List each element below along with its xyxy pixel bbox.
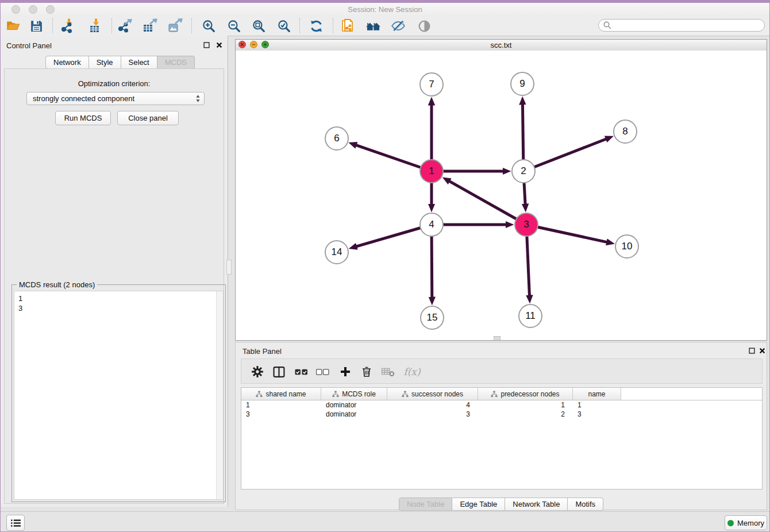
function-builder-button-disabled[interactable]: f(x) <box>402 364 422 379</box>
graph-node-11[interactable]: 11 <box>518 304 542 328</box>
mcds-tab-content: Optimization criterion: strongly connect… <box>4 68 224 504</box>
network-report-button[interactable] <box>340 18 356 34</box>
graph-node-6[interactable]: 6 <box>325 126 349 151</box>
zoom-out-button[interactable] <box>226 18 242 34</box>
network-canvas[interactable]: 7968124314101511 <box>236 51 767 340</box>
table-cell[interactable]: dominator <box>321 410 387 419</box>
graph-edge-2-8[interactable] <box>523 139 606 171</box>
open-session-button[interactable] <box>5 18 21 34</box>
houses-icon <box>365 18 381 34</box>
apply-layout-button[interactable] <box>308 18 324 34</box>
graph-node-10[interactable]: 10 <box>615 234 639 259</box>
graph-node-1[interactable]: 1 <box>419 159 444 183</box>
trash-icon <box>361 366 372 377</box>
tab-style[interactable]: Style <box>89 56 121 69</box>
column-header-MCDS-role[interactable]: MCDS role <box>321 388 387 400</box>
table-cell[interactable]: 1 <box>241 400 321 410</box>
column-header-label: MCDS role <box>342 390 376 398</box>
close-table-panel-button[interactable] <box>759 347 765 354</box>
node-table-header: shared nameMCDS rolesuccessor nodesprede… <box>241 388 762 400</box>
graph-node-3[interactable]: 3 <box>514 213 538 237</box>
column-header-successor-nodes[interactable]: successor nodes <box>387 388 478 400</box>
panel-splitter-handle[interactable] <box>226 260 232 275</box>
table-row[interactable]: 1dominator411 <box>241 400 762 410</box>
export-image-button[interactable] <box>168 18 184 34</box>
graph-edge-3-10[interactable] <box>526 225 607 242</box>
column-header-shared-name[interactable]: shared name <box>241 388 321 400</box>
memory-status-dot <box>727 520 734 526</box>
node-table[interactable]: shared nameMCDS rolesuccessor nodesprede… <box>241 387 763 489</box>
delete-table-button-disabled[interactable] <box>380 364 395 379</box>
graph-node-8[interactable]: 8 <box>613 119 637 144</box>
graph-node-2[interactable]: 2 <box>511 159 536 183</box>
table-cell[interactable]: dominator <box>321 400 387 410</box>
mcds-result-scrollbar[interactable] <box>216 291 223 499</box>
unchecked-boxes-icon <box>316 368 329 376</box>
table-cell[interactable]: 4 <box>387 400 478 410</box>
export-network-icon <box>118 18 133 33</box>
toolbar-separator <box>191 18 192 33</box>
tab-node-table[interactable]: Node Table <box>399 498 453 511</box>
search-input[interactable] <box>614 21 764 30</box>
float-table-panel-button[interactable] <box>748 347 755 354</box>
zoom-fit-button[interactable] <box>251 18 267 34</box>
column-type-icon <box>332 391 339 398</box>
canvas-resize-handle[interactable] <box>494 336 500 340</box>
zoom-selected-icon <box>277 19 291 33</box>
select-all-columns-button[interactable] <box>294 364 309 379</box>
task-history-button[interactable] <box>6 515 25 531</box>
network-view-window: scc.txt 7968124314101511 <box>235 39 767 341</box>
column-header-name[interactable]: name <box>573 388 621 400</box>
table-cell[interactable]: 3 <box>573 410 621 419</box>
close-panel-button[interactable] <box>215 41 222 48</box>
tab-select[interactable]: Select <box>121 56 157 69</box>
main-toolbar <box>1 16 769 36</box>
save-session-button[interactable] <box>28 18 44 34</box>
show-view-button[interactable] <box>416 18 432 34</box>
graph-node-14[interactable]: 14 <box>325 240 349 264</box>
create-column-button[interactable] <box>338 364 353 379</box>
column-header-label: name <box>588 390 605 398</box>
graph-node-4[interactable]: 4 <box>419 213 444 237</box>
save-floppy-icon <box>29 19 44 33</box>
tab-motifs[interactable]: Motifs <box>568 498 603 511</box>
unselect-all-columns-button[interactable] <box>315 364 330 379</box>
network-window-titlebar[interactable]: scc.txt <box>236 40 767 51</box>
import-table-button[interactable] <box>87 18 103 34</box>
close-panel-button-inner[interactable]: Close panel <box>117 111 179 125</box>
table-cell[interactable]: 3 <box>241 410 321 419</box>
zoom-selected-button[interactable] <box>276 18 292 34</box>
criterion-select[interactable]: strongly connected component <box>26 92 205 105</box>
graph-node-15[interactable]: 15 <box>420 306 444 330</box>
graph-node-9[interactable]: 9 <box>510 72 534 96</box>
float-panel-button[interactable] <box>203 41 210 48</box>
export-table-button[interactable] <box>143 18 159 34</box>
zoom-in-button[interactable] <box>201 18 217 34</box>
table-row[interactable]: 3dominator323 <box>241 410 762 419</box>
eye-icon <box>417 19 432 33</box>
table-cell[interactable]: 2 <box>478 410 573 419</box>
graph-node-7[interactable]: 7 <box>419 72 444 97</box>
search-field[interactable] <box>598 19 765 32</box>
tab-mcds[interactable]: MCDS <box>157 56 195 69</box>
tab-network-table[interactable]: Network Table <box>505 498 568 511</box>
import-table-icon <box>88 18 103 33</box>
table-cell[interactable]: 3 <box>387 410 478 419</box>
table-cell[interactable]: 1 <box>573 400 621 410</box>
table-cell[interactable]: 1 <box>478 400 573 410</box>
table-settings-button[interactable] <box>250 364 265 379</box>
graph-edge-3-1[interactable] <box>449 181 526 225</box>
delete-column-button[interactable] <box>359 364 374 379</box>
tab-network[interactable]: Network <box>45 56 89 69</box>
run-mcds-button[interactable]: Run MCDS <box>55 111 111 125</box>
hide-toolbar-button[interactable] <box>390 18 406 34</box>
show-column-button[interactable] <box>271 364 286 379</box>
tab-edge-table[interactable]: Edge Table <box>452 498 505 511</box>
memory-button[interactable]: Memory <box>725 515 767 530</box>
import-network-button[interactable] <box>60 18 76 34</box>
column-header-predecessor-nodes[interactable]: predecessor nodes <box>478 388 573 400</box>
mcds-result-textarea[interactable]: 1 3 <box>14 291 224 500</box>
checked-boxes-icon <box>295 368 308 376</box>
home-view-button[interactable] <box>365 18 381 34</box>
export-network-button[interactable] <box>118 18 134 34</box>
